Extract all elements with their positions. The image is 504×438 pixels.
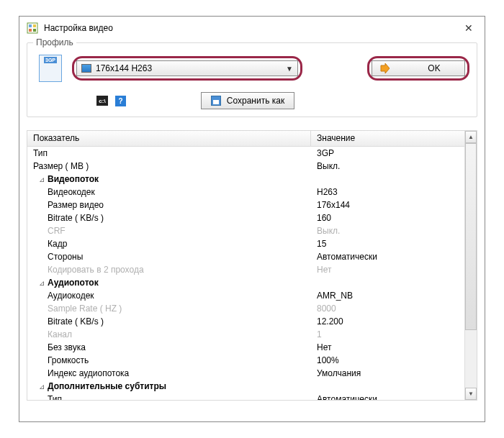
ok-button[interactable]: OK xyxy=(372,60,465,76)
table-row[interactable]: Канал1 xyxy=(27,328,464,341)
twisty-icon[interactable]: ⊿ xyxy=(39,383,45,391)
cell-key: Индекс аудиопотока xyxy=(27,368,311,378)
cell-value: 3GP xyxy=(311,148,464,158)
cell-value: 8000 xyxy=(311,304,464,314)
window-title: Настройка видео xyxy=(44,23,113,33)
table-row[interactable]: Sample Rate ( HZ )8000 xyxy=(27,302,464,315)
svg-rect-4 xyxy=(33,29,36,32)
cell-value: 12.200 xyxy=(311,316,464,327)
table-row[interactable]: Кодировать в 2 проходаНет xyxy=(27,263,464,276)
cell-value: 1 xyxy=(311,329,464,339)
table-row[interactable]: Размер ( MB )Выкл. xyxy=(27,160,464,173)
table-row[interactable]: Bitrate ( KB/s )12.200 xyxy=(27,315,464,328)
cell-value: Выкл. xyxy=(311,161,464,171)
cell-key: Громкость xyxy=(27,355,311,365)
cell-key: Стороны xyxy=(27,252,311,262)
table-row[interactable]: CRFВыкл. xyxy=(27,224,464,237)
table-row[interactable]: Громкость100% xyxy=(27,354,464,367)
cell-key: ⊿Дополнительные субтитры xyxy=(27,381,311,391)
twisty-icon[interactable]: ⊿ xyxy=(39,175,45,183)
header-key[interactable]: Показатель xyxy=(27,131,311,146)
group-label: Аудиопоток xyxy=(48,278,99,288)
table-row[interactable]: ⊿Дополнительные субтитры xyxy=(27,380,464,393)
svg-marker-5 xyxy=(381,63,390,73)
cell-value: Нет xyxy=(311,342,464,352)
profile-combobox[interactable]: 176x144 H263 ▼ xyxy=(76,60,298,76)
ok-button-label: OK xyxy=(411,63,457,73)
cell-key: Кадр xyxy=(27,239,311,249)
cell-key: Видеокодек xyxy=(27,187,311,197)
scroll-track[interactable] xyxy=(465,143,477,388)
help-icon[interactable]: ? xyxy=(115,96,126,106)
film-icon xyxy=(81,64,91,73)
header-value[interactable]: Значение xyxy=(311,131,464,146)
cell-key: Bitrate ( KB/s ) xyxy=(27,213,311,223)
twisty-icon[interactable]: ⊿ xyxy=(39,279,45,287)
table-row[interactable]: ВидеокодекH263 xyxy=(27,186,464,199)
profile-combo-value: 176x144 H263 xyxy=(96,63,282,73)
console-icon[interactable]: c:\ xyxy=(96,96,108,106)
titlebar: Настройка видео ✕ xyxy=(19,17,485,42)
cell-value: 100% xyxy=(311,355,464,365)
table-row[interactable]: ТипАвтоматически xyxy=(27,393,464,400)
table-row[interactable]: ⊿Аудиопоток xyxy=(27,276,464,289)
cell-key: Тип xyxy=(27,148,311,158)
close-button[interactable]: ✕ xyxy=(460,21,477,35)
cell-key: Размер видео xyxy=(27,200,311,210)
dialog-window: Настройка видео ✕ Профиль 3GP 176x144 H2… xyxy=(19,16,485,422)
cell-key: Аудиокодек xyxy=(27,291,311,301)
format-file-icon: 3GP xyxy=(39,55,62,82)
scroll-down-button[interactable]: ▼ xyxy=(465,388,477,400)
ok-button-highlight: OK xyxy=(367,56,469,81)
cell-key: Размер ( MB ) xyxy=(27,161,311,171)
table-row[interactable]: АудиокодекAMR_NB xyxy=(27,289,464,302)
cell-value: Автоматически xyxy=(311,252,464,262)
cell-value: 15 xyxy=(311,239,464,249)
cell-value: Умолчания xyxy=(311,368,464,378)
app-icon xyxy=(27,22,38,34)
group-label: Видеопоток xyxy=(48,174,99,184)
table-row[interactable]: Bitrate ( KB/s )160 xyxy=(27,211,464,224)
settings-table-container: Показатель Значение Тип3GPРазмер ( MB )В… xyxy=(27,130,477,401)
table-row[interactable]: Индекс аудиопотокаУмолчания xyxy=(27,367,464,380)
cell-key: Sample Rate ( HZ ) xyxy=(27,304,311,314)
cell-key: Кодировать в 2 прохода xyxy=(27,265,311,275)
arrow-right-icon xyxy=(379,63,390,73)
group-label: Дополнительные субтитры xyxy=(48,381,166,391)
cell-key: Тип xyxy=(27,394,311,400)
cell-value: 160 xyxy=(311,213,464,223)
cell-key: Канал xyxy=(27,329,311,339)
cell-value: Нет xyxy=(311,265,464,275)
profile-groupbox: Профиль 3GP 176x144 H263 ▼ OK c:\ ? xyxy=(27,42,477,117)
table-row[interactable]: СтороныАвтоматически xyxy=(27,250,464,263)
table-row[interactable]: Без звукаНет xyxy=(27,341,464,354)
scroll-up-button[interactable]: ▲ xyxy=(465,131,477,143)
save-as-button[interactable]: Сохранить как xyxy=(201,92,294,109)
table-row[interactable]: ⊿Видеопоток xyxy=(27,173,464,186)
cell-key: ⊿Видеопоток xyxy=(27,174,311,184)
settings-table: Показатель Значение Тип3GPРазмер ( MB )В… xyxy=(27,131,464,400)
chevron-down-icon: ▼ xyxy=(286,65,293,73)
floppy-icon xyxy=(211,96,221,106)
cell-value: Выкл. xyxy=(311,226,464,236)
scrollbar[interactable]: ▲ ▼ xyxy=(464,131,477,400)
cell-key: Bitrate ( KB/s ) xyxy=(27,316,311,327)
table-row[interactable]: Размер видео176x144 xyxy=(27,199,464,211)
scroll-thumb[interactable] xyxy=(465,143,477,330)
svg-rect-1 xyxy=(29,24,32,27)
cell-value: AMR_NB xyxy=(311,291,464,301)
svg-rect-2 xyxy=(33,24,36,27)
cell-value: H263 xyxy=(311,187,464,197)
cell-value: Автоматически xyxy=(311,394,464,400)
profile-legend: Профиль xyxy=(33,37,76,47)
table-header: Показатель Значение xyxy=(27,131,464,147)
table-row[interactable]: Тип3GP xyxy=(27,147,464,160)
profile-combo-highlight: 176x144 H263 ▼ xyxy=(72,56,302,81)
cell-key: CRF xyxy=(27,226,311,236)
save-as-label: Сохранить как xyxy=(227,96,284,106)
svg-rect-3 xyxy=(29,29,32,32)
cell-key: ⊿Аудиопоток xyxy=(27,278,311,288)
cell-value: 176x144 xyxy=(311,200,464,210)
table-row[interactable]: Кадр15 xyxy=(27,237,464,250)
cell-key: Без звука xyxy=(27,342,311,352)
